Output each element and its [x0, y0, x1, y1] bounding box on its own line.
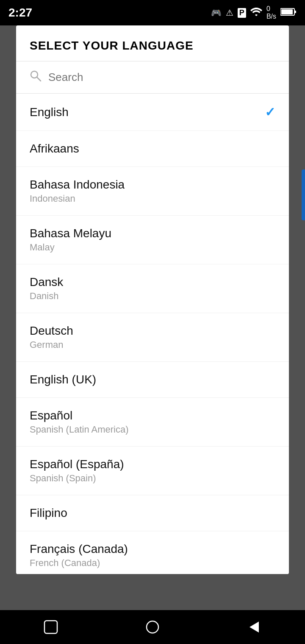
language-item-afrikaans[interactable]: Afrikaans: [16, 131, 289, 167]
lang-name-dansk: Dansk: [30, 275, 63, 289]
dialog-header: SELECT YOUR LANGUAGE: [16, 25, 289, 61]
svg-marker-7: [250, 622, 259, 633]
language-item-deutsch[interactable]: DeutschGerman: [16, 313, 289, 362]
lang-subtitle-dansk: Danish: [30, 291, 63, 302]
language-item-bahasa-melayu[interactable]: Bahasa MelayuMalay: [16, 216, 289, 264]
language-item-francais-canada[interactable]: Français (Canada)French (Canada): [16, 531, 289, 574]
lang-name-bahasa-indonesia: Bahasa Indonesia: [30, 178, 125, 192]
svg-point-6: [147, 621, 158, 633]
search-icon: [30, 70, 42, 85]
language-item-espanol[interactable]: EspañolSpanish (Latin America): [16, 398, 289, 447]
lang-name-deutsch: Deutsch: [30, 324, 73, 338]
lang-name-francais-canada: Français (Canada): [30, 542, 128, 556]
lang-name-english-uk: English (UK): [30, 373, 96, 386]
lang-subtitle-espanol-espana: Spanish (Spain): [30, 473, 124, 484]
search-input[interactable]: [48, 71, 275, 84]
nav-back-button[interactable]: [241, 614, 267, 640]
language-item-bahasa-indonesia[interactable]: Bahasa IndonesiaIndonesian: [16, 167, 289, 216]
dialog-title: SELECT YOUR LANGUAGE: [30, 39, 194, 52]
parking-icon: P: [238, 8, 246, 18]
nav-home-button[interactable]: [140, 614, 165, 640]
lang-subtitle-bahasa-indonesia: Indonesian: [30, 193, 125, 204]
lang-name-espanol-espana: Español (España): [30, 458, 124, 471]
lang-subtitle-deutsch: German: [30, 339, 73, 350]
lang-subtitle-espanol: Spanish (Latin America): [30, 424, 129, 435]
warning-icon: ⚠: [226, 8, 233, 18]
language-item-dansk[interactable]: DanskDanish: [16, 264, 289, 313]
status-bar: 2:27 🎮 ⚠ P 0B/s: [0, 0, 305, 25]
lang-name-bahasa-melayu: Bahasa Melayu: [30, 227, 111, 240]
language-item-english-uk[interactable]: English (UK): [16, 362, 289, 398]
nav-bar: [0, 610, 305, 644]
nav-square-button[interactable]: [38, 614, 64, 640]
lang-name-english: English: [30, 105, 69, 119]
language-list: English✓AfrikaansBahasa IndonesiaIndones…: [16, 94, 289, 574]
selected-checkmark-icon: ✓: [265, 105, 275, 119]
search-container[interactable]: [16, 61, 289, 94]
game-icon: 🎮: [211, 8, 222, 18]
language-item-english[interactable]: English✓: [16, 94, 289, 131]
status-icons: 🎮 ⚠ P 0B/s: [211, 5, 297, 20]
battery-icon: [280, 8, 297, 18]
lang-subtitle-francais-canada: French (Canada): [30, 558, 128, 569]
svg-rect-2: [294, 11, 296, 13]
language-dialog: SELECT YOUR LANGUAGE English✓AfrikaansBa…: [16, 25, 289, 574]
status-time: 2:27: [8, 6, 32, 19]
svg-rect-1: [281, 9, 293, 14]
lang-subtitle-bahasa-melayu: Malay: [30, 242, 111, 253]
data-icon: 0B/s: [266, 5, 276, 20]
svg-line-4: [37, 77, 41, 81]
wifi-icon: [250, 8, 262, 18]
lang-name-espanol: Español: [30, 409, 129, 422]
language-item-filipino[interactable]: Filipino: [16, 495, 289, 531]
lang-name-filipino: Filipino: [30, 506, 67, 520]
language-item-espanol-espana[interactable]: Español (España)Spanish (Spain): [16, 447, 289, 495]
lang-name-afrikaans: Afrikaans: [30, 142, 79, 155]
svg-rect-5: [44, 621, 57, 633]
scroll-indicator: [302, 169, 305, 220]
